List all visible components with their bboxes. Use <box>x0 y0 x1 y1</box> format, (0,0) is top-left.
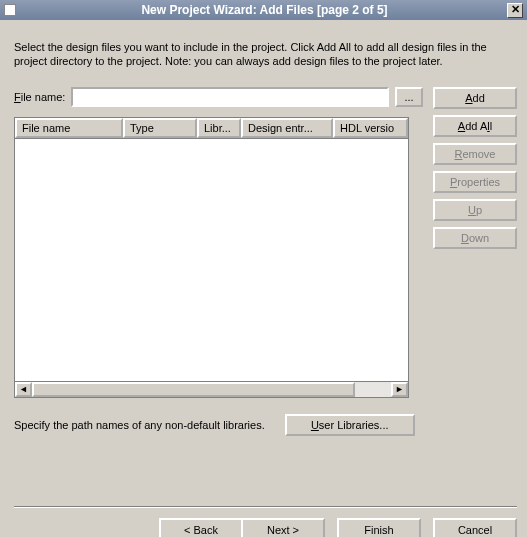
finish-button[interactable]: Finish <box>337 518 421 537</box>
separator <box>14 506 517 508</box>
table-body[interactable] <box>14 139 409 381</box>
file-table: File name Type Libr... Design entr... HD… <box>14 117 409 398</box>
window-title: New Project Wizard: Add Files [page 2 of… <box>22 3 507 17</box>
scroll-track[interactable] <box>32 382 391 397</box>
remove-button: Remove <box>433 143 517 165</box>
col-file-name[interactable]: File name <box>15 118 123 138</box>
back-button[interactable]: < Back <box>159 518 243 537</box>
close-button[interactable]: ✕ <box>507 3 523 18</box>
filename-label: File name: <box>14 91 65 103</box>
col-hdl-version[interactable]: HDL versio <box>333 118 408 138</box>
table-header: File name Type Libr... Design entr... HD… <box>14 117 409 139</box>
libraries-note: Specify the path names of any non-defaul… <box>14 419 265 431</box>
col-design-entry[interactable]: Design entr... <box>241 118 333 138</box>
cancel-button[interactable]: Cancel <box>433 518 517 537</box>
description-text: Select the design files you want to incl… <box>14 40 504 69</box>
user-libraries-button[interactable]: User Libraries... <box>285 414 415 436</box>
add-all-button[interactable]: Add All <box>433 115 517 137</box>
scroll-thumb[interactable] <box>32 382 355 397</box>
up-button: Up <box>433 199 517 221</box>
col-library[interactable]: Libr... <box>197 118 241 138</box>
window-body: Select the design files you want to incl… <box>0 20 527 537</box>
add-button[interactable]: Add <box>433 87 517 109</box>
nav-buttons: < Back Next > Finish Cancel <box>14 518 517 537</box>
col-type[interactable]: Type <box>123 118 197 138</box>
horizontal-scrollbar[interactable]: ◄ ► <box>14 381 409 398</box>
scroll-right-button[interactable]: ► <box>391 382 408 397</box>
browse-button[interactable]: ... <box>395 87 423 107</box>
filename-input[interactable] <box>71 87 389 107</box>
scroll-left-button[interactable]: ◄ <box>15 382 32 397</box>
down-button: Down <box>433 227 517 249</box>
title-bar: New Project Wizard: Add Files [page 2 of… <box>0 0 527 20</box>
system-icon <box>4 4 16 16</box>
next-button[interactable]: Next > <box>241 518 325 537</box>
properties-button: Properties <box>433 171 517 193</box>
